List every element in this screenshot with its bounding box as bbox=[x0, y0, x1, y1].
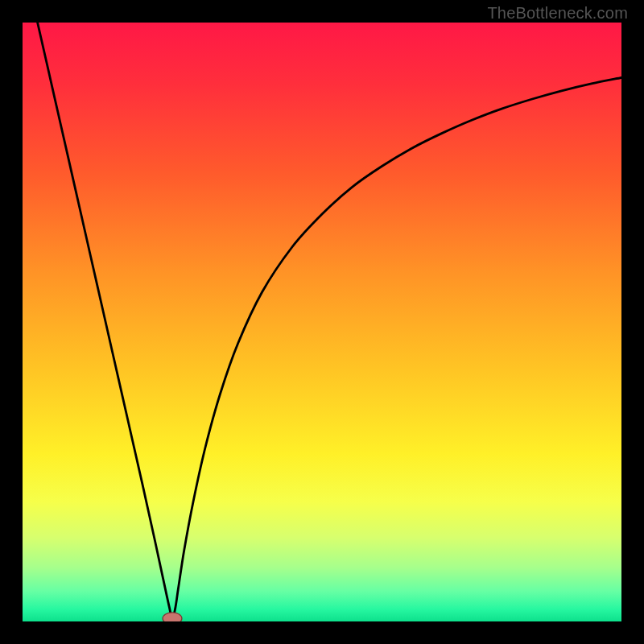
watermark-text: TheBottleneck.com bbox=[487, 4, 628, 23]
bottleneck-curve bbox=[38, 23, 621, 618]
optimal-point-marker bbox=[163, 613, 182, 621]
plot-area bbox=[23, 23, 621, 621]
bottleneck-chart: TheBottleneck.com bbox=[0, 0, 644, 644]
curve-layer bbox=[23, 23, 621, 621]
